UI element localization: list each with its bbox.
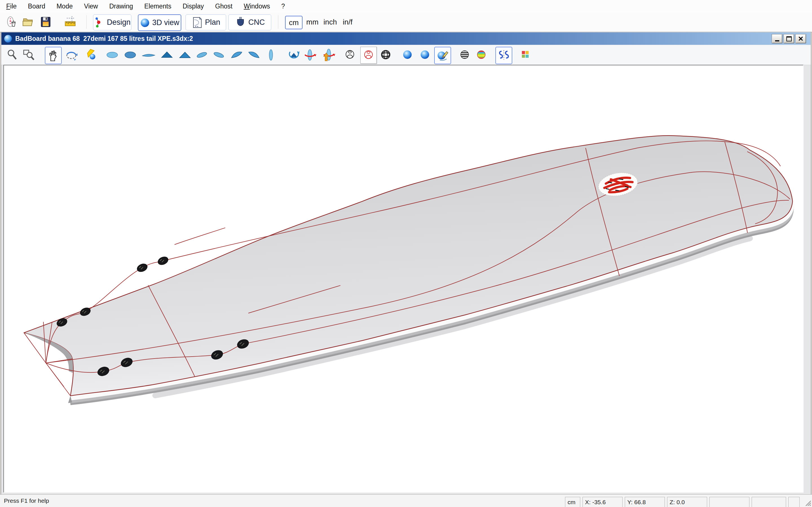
animate-rotation-button[interactable] [286, 47, 302, 63]
rotate-3d-icon [64, 48, 78, 62]
new-board-icon[interactable] [4, 15, 18, 29]
3d-viewport[interactable] [4, 65, 803, 492]
view-bottom-button[interactable] [122, 47, 138, 63]
menu-display[interactable]: Display [183, 3, 204, 10]
menu-board[interactable]: Board [28, 3, 45, 10]
status-help-text: Press F1 for help [4, 497, 49, 504]
sphere-3d-icon [140, 18, 150, 28]
rotate-up-icon [321, 48, 335, 62]
solid-sphere-icon [401, 48, 414, 62]
design-icon [94, 16, 105, 29]
save-icon[interactable] [39, 15, 52, 29]
unit-cm-label: cm [289, 18, 299, 27]
view-quarter-left-button[interactable] [229, 47, 245, 63]
rotate-view-button[interactable] [63, 47, 79, 63]
zoom-button[interactable] [4, 47, 20, 63]
unit-inf-label: in/f [343, 18, 353, 26]
display-wireframe-red-button[interactable] [360, 47, 377, 64]
light-button[interactable] [84, 47, 100, 63]
wireframe-red-sphere-icon [362, 48, 375, 62]
unit-mm[interactable]: mm [305, 16, 320, 28]
menu-mode[interactable]: Mode [56, 3, 73, 10]
measure-icon[interactable] [63, 15, 77, 29]
mesh-sphere-icon [379, 48, 393, 62]
perspective-right-icon [212, 48, 226, 61]
unit-inch-label: inch [323, 18, 337, 26]
menu-windows[interactable]: Windows [244, 3, 270, 10]
wireframe-sphere-icon [343, 48, 357, 62]
menu-file[interactable]: File [6, 3, 17, 10]
rocker-view-icon [141, 48, 156, 61]
view-tail-button[interactable] [177, 47, 193, 63]
restore-icon [786, 36, 792, 41]
unit-inch[interactable]: inch [321, 16, 339, 28]
plan-mode-button[interactable]: Plan [186, 14, 226, 31]
rainbow-sphere-icon [474, 48, 488, 62]
symmetry-button[interactable] [495, 47, 512, 64]
view-rocker-button[interactable] [141, 47, 156, 63]
status-x-pane: X: -35.6 [582, 497, 622, 507]
perspective-left-icon [195, 48, 209, 61]
view-front-button[interactable] [263, 47, 279, 63]
toolbar-separator [86, 15, 87, 29]
restore-button[interactable] [783, 34, 794, 43]
window-controls: ✕ [772, 34, 806, 43]
menu-help[interactable]: ? [282, 3, 285, 10]
minimize-icon [775, 40, 779, 41]
cnc-bit-icon [235, 16, 246, 29]
display-solid-button[interactable] [400, 47, 415, 63]
view-perspective-right-button[interactable] [211, 47, 227, 63]
resize-grip[interactable] [804, 499, 811, 506]
pan-button[interactable] [45, 47, 62, 64]
menu-drawing[interactable]: Drawing [109, 3, 133, 10]
status-unit-value: cm [567, 499, 575, 506]
cnc-mode-button[interactable]: CNC [229, 14, 271, 31]
menu-view[interactable]: View [84, 3, 98, 10]
quarter-left-icon [230, 48, 244, 61]
viewport-frame [3, 65, 804, 493]
bottom-view-icon [123, 48, 137, 61]
unit-inf[interactable]: in/f [340, 16, 356, 28]
zoom-window-button[interactable] [21, 47, 37, 63]
status-x-value: X: -35.6 [585, 499, 606, 506]
rotate-z-icon [303, 48, 317, 62]
symmetry-icon [497, 48, 511, 62]
menu-elements[interactable]: Elements [144, 3, 171, 10]
display-mesh-button[interactable] [378, 47, 394, 63]
document-sphere-icon [4, 35, 12, 43]
display-curvature-button[interactable] [473, 47, 489, 63]
plan-label: Plan [205, 18, 220, 27]
document-title: BadBoard banana 68 27demi 167 85 litres … [15, 35, 193, 43]
open-file-icon[interactable] [21, 15, 35, 29]
display-stripes-button[interactable] [457, 47, 472, 63]
view-quarter-right-button[interactable] [246, 47, 262, 63]
status-empty-pane [788, 497, 800, 507]
nose-view-icon [160, 48, 174, 61]
display-shaded-button[interactable] [417, 47, 433, 63]
unit-cm[interactable]: cm [285, 16, 303, 29]
view-nose-button[interactable] [159, 47, 175, 63]
status-empty-pane [709, 497, 749, 507]
menu-ghost[interactable]: Ghost [215, 3, 232, 10]
view-deck-button[interactable] [104, 47, 120, 63]
design-mode-button[interactable]: Design [93, 14, 132, 31]
view-toolbar [1, 45, 811, 65]
document-titlebar[interactable]: BadBoard banana 68 27demi 167 85 litres … [1, 33, 811, 45]
menu-bar: File Board Mode View Drawing Elements Di… [0, 0, 812, 12]
display-wireframe-button[interactable] [342, 47, 358, 63]
mdi-client-area: BadBoard banana 68 27demi 167 85 litres … [1, 32, 811, 495]
view3d-mode-button[interactable]: 3D view [138, 14, 181, 31]
deck-view-icon [105, 48, 119, 61]
rotate-board-up-button[interactable] [320, 47, 336, 63]
display-solid-curves-button[interactable] [434, 47, 451, 64]
view-perspective-left-button[interactable] [194, 47, 210, 63]
measurements-panel-button[interactable] [517, 47, 533, 63]
light-icon [85, 48, 98, 62]
rotate-board-z-button[interactable] [302, 47, 318, 63]
unit-mm-label: mm [306, 18, 318, 26]
minimize-button[interactable] [772, 34, 782, 43]
striped-sphere-icon [458, 48, 471, 62]
hand-icon [47, 49, 60, 62]
close-button[interactable]: ✕ [795, 34, 806, 43]
orbit-icon [287, 48, 301, 62]
